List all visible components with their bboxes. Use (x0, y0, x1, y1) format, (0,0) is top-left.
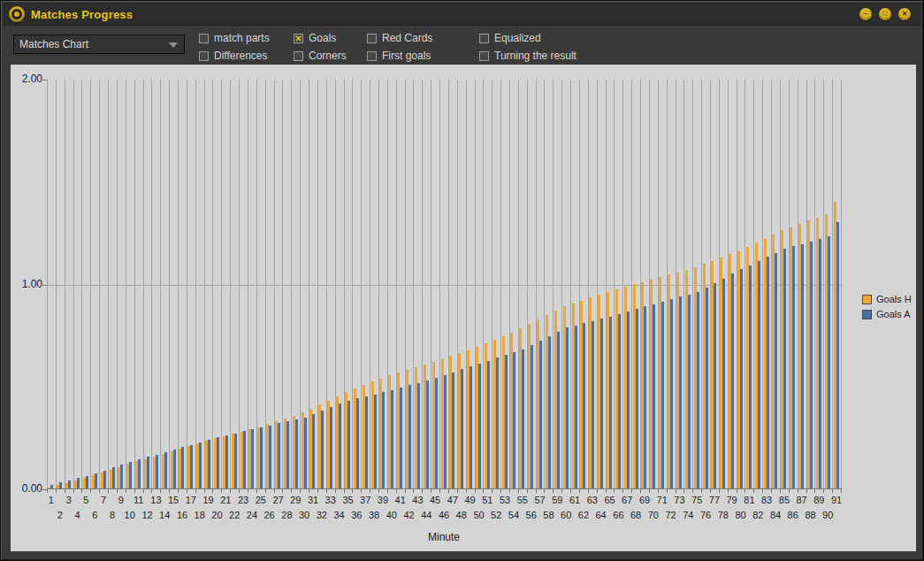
bar-goals-a (801, 244, 804, 488)
x-axis-tick (387, 489, 388, 493)
bar-goals-a (278, 423, 280, 488)
checkbox-label: First goals (382, 50, 431, 62)
chart-type-dropdown[interactable]: Matches Chart (13, 35, 185, 54)
x-axis-tick (81, 489, 82, 493)
bar-goals-a (487, 361, 490, 489)
bar-goals-a (374, 395, 377, 489)
bar-goals-a (426, 380, 429, 488)
bar-goals-a (129, 462, 132, 488)
x-axis-tick (143, 489, 144, 493)
bar-goals-a (609, 317, 612, 489)
x-axis-tick (457, 489, 458, 493)
bar-goals-a (828, 236, 830, 488)
x-axis-label: 66 (608, 510, 628, 520)
x-axis-tick (413, 489, 414, 493)
titlebar[interactable]: Matches Progress ─ □ ✕ (3, 3, 921, 26)
x-axis-label: 3 (59, 495, 79, 505)
x-axis-tick (204, 489, 205, 493)
x-axis-label: 20 (207, 510, 226, 520)
x-axis-label: 85 (775, 495, 794, 505)
bar-goals-a (688, 295, 691, 489)
y-axis-tick (42, 285, 47, 286)
x-axis-tick (134, 489, 135, 493)
x-axis-label: 11 (129, 495, 149, 505)
bar-goals-a (452, 373, 454, 489)
x-axis-label: 50 (470, 510, 489, 520)
bar-goals-a (330, 407, 332, 488)
x-axis-label: 33 (321, 495, 340, 505)
bar-goals-a (339, 403, 341, 488)
x-axis-tick (597, 489, 598, 493)
bar-goals-a (583, 323, 585, 488)
bar-goals-a (644, 306, 646, 488)
bar-goals-a (706, 288, 708, 488)
checkbox-match-parts[interactable]: match parts (199, 32, 294, 44)
checkbox-differences[interactable]: Differences (199, 50, 294, 62)
x-axis-label: 40 (382, 510, 401, 520)
x-axis-label: 14 (155, 510, 174, 520)
x-axis-label: 21 (216, 495, 235, 505)
maximize-button[interactable]: □ (879, 8, 891, 20)
x-axis-tick (710, 489, 711, 493)
x-axis-label: 65 (600, 495, 620, 505)
x-axis-label: 6 (85, 510, 104, 520)
x-axis-line (47, 488, 842, 489)
x-axis-tick (692, 489, 693, 493)
x-axis-label: 82 (748, 510, 767, 520)
bar-goals-a (269, 426, 271, 489)
x-axis-label: 27 (269, 495, 288, 505)
bar-goals-a (505, 355, 508, 488)
x-axis-label: 9 (111, 495, 131, 505)
x-axis-tick (658, 489, 659, 493)
x-axis-tick (361, 489, 362, 493)
chart-legend: Goals HGoals A (862, 294, 912, 324)
legend-item-goals-a: Goals A (862, 309, 912, 319)
x-axis-label: 63 (583, 495, 602, 505)
checkbox-red-cards[interactable]: Red Cards (367, 32, 479, 44)
x-axis-tick (230, 489, 231, 493)
x-axis-label: 64 (592, 510, 611, 520)
bar-goals-a (636, 309, 638, 488)
bar-goals-a (435, 378, 438, 488)
x-axis-label: 2 (50, 510, 70, 520)
x-axis-tick (753, 489, 754, 493)
x-axis-tick (256, 489, 257, 493)
bar-goals-a (217, 437, 219, 488)
x-axis-tick (631, 489, 632, 493)
chart-panel: Minute Goals HGoals A 0.001.002.00123456… (11, 65, 916, 551)
x-axis-label: 4 (68, 510, 88, 520)
checkbox-first-goals[interactable]: First goals (367, 50, 479, 62)
minimize-button[interactable]: ─ (859, 8, 872, 20)
bar-goals-a (347, 401, 350, 489)
bar-goals-a (810, 242, 813, 488)
x-axis-tick (248, 489, 248, 493)
close-button[interactable]: ✕ (898, 8, 911, 20)
bar-goals-a (382, 392, 385, 488)
checkbox-checked-icon: ✕ (294, 34, 303, 43)
checkbox-corners[interactable]: Corners (294, 50, 367, 62)
checkbox-turning-the-result[interactable]: Turning the result (479, 50, 577, 62)
x-axis-tick (728, 489, 729, 493)
bar-goals-a (286, 421, 289, 488)
x-axis-label: 12 (138, 510, 157, 520)
x-axis-label: 26 (260, 510, 279, 520)
x-axis-tick (832, 489, 833, 493)
bar-goals-a (181, 447, 184, 488)
x-axis-tick (676, 489, 676, 493)
checkbox-goals[interactable]: ✕Goals (294, 32, 367, 44)
x-axis-label: 88 (801, 510, 821, 520)
x-axis-tick (195, 489, 196, 493)
x-axis-tick (536, 489, 537, 493)
x-axis-tick (561, 489, 562, 493)
bar-goals-a (513, 352, 515, 488)
bar-goals-a (68, 480, 71, 488)
chevron-down-icon (169, 42, 178, 48)
x-axis-label: 29 (286, 495, 305, 505)
bar-goals-a (627, 311, 630, 488)
checkbox-equalized[interactable]: Equalized (479, 32, 577, 44)
x-axis-label: 47 (443, 495, 462, 505)
options-checkbox-grid: match parts✕GoalsRed CardsEqualizedDiffe… (199, 29, 577, 65)
bar-goals-a (199, 442, 202, 488)
x-axis-tick (814, 489, 815, 493)
y-axis-tick (42, 489, 47, 490)
